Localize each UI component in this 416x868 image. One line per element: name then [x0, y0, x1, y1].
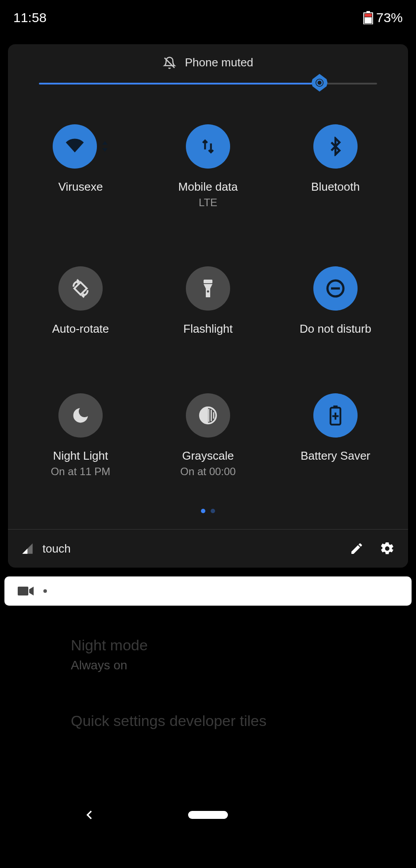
notification-strip[interactable] [4, 576, 412, 606]
svg-marker-8 [102, 141, 108, 145]
dnd-icon [325, 278, 346, 299]
svg-marker-9 [102, 148, 108, 152]
tile-flashlight[interactable]: Flashlight [144, 266, 272, 336]
signal-icon [21, 542, 34, 555]
tile-battery-saver[interactable]: Battery Saver [272, 393, 399, 478]
auto-rotate-icon [70, 278, 91, 299]
tile-label: Do not disturb [300, 322, 371, 336]
night-light-icon [71, 406, 90, 425]
status-bar: 11:58 73% [0, 0, 416, 35]
tile-sub: LTE [199, 196, 217, 209]
tile-label: Night Light [53, 449, 108, 463]
page-dot-2 [211, 509, 215, 513]
home-pill[interactable] [188, 811, 228, 819]
qs-footer: touch [8, 529, 408, 568]
svg-rect-23 [18, 587, 28, 595]
bg-dev-tiles-title: Quick settings developer tiles [71, 712, 345, 730]
bg-night-mode-sub: Always on [71, 658, 345, 672]
svg-rect-11 [204, 280, 212, 283]
tile-grayscale[interactable]: Grayscale On at 00:00 [144, 393, 272, 478]
chevron-expand-icon [101, 140, 108, 153]
tile-label: Mobile data [178, 180, 238, 194]
battery-percent: 73% [376, 10, 403, 25]
page-dot-1 [201, 509, 205, 513]
tile-sub: On at 11 PM [51, 465, 111, 478]
status-time: 11:58 [13, 10, 46, 25]
quick-settings-panel: Phone muted [8, 44, 408, 568]
svg-marker-24 [29, 587, 34, 595]
tile-sub: On at 00:00 [180, 465, 235, 478]
wifi-icon [63, 134, 87, 158]
grayscale-icon [198, 406, 218, 425]
tile-label: Bluetooth [311, 180, 360, 194]
edit-icon[interactable] [350, 542, 364, 556]
tile-label: Auto-rotate [52, 322, 109, 336]
navigation-bar [0, 797, 416, 833]
tile-label: Virusexe [58, 180, 103, 194]
tile-auto-rotate[interactable]: Auto-rotate [17, 266, 144, 336]
tile-wifi[interactable]: Virusexe [17, 124, 144, 209]
svg-rect-10 [74, 282, 87, 295]
notification-dot-icon [43, 589, 47, 593]
tile-do-not-disturb[interactable]: Do not disturb [272, 266, 399, 336]
svg-point-12 [207, 290, 209, 292]
bluetooth-icon [326, 137, 345, 156]
battery-saver-icon [328, 405, 343, 426]
video-camera-icon [18, 586, 34, 596]
tile-bluetooth[interactable]: Bluetooth [272, 124, 399, 209]
tile-label: Flashlight [183, 322, 232, 336]
carrier-label: touch [42, 542, 71, 556]
status-right-cluster: 73% [363, 10, 403, 25]
svg-rect-3 [365, 17, 372, 23]
gear-icon[interactable] [380, 541, 395, 556]
back-icon[interactable] [84, 809, 96, 821]
tile-mobile-data[interactable]: Mobile data LTE [144, 124, 272, 209]
tile-night-light[interactable]: Night Light On at 11 PM [17, 393, 144, 478]
qs-header-text: Phone muted [185, 56, 254, 69]
battery-icon [363, 11, 374, 24]
svg-rect-2 [365, 14, 372, 17]
qs-header: Phone muted [8, 44, 408, 78]
bell-off-icon [163, 56, 176, 69]
brightness-slider[interactable] [8, 78, 408, 107]
page-indicator [8, 509, 408, 529]
mobile-data-icon [199, 138, 217, 155]
flashlight-icon [199, 278, 217, 299]
tile-label: Grayscale [182, 449, 234, 463]
tiles-grid: Virusexe Mobile data LTE Bluetooth [8, 107, 408, 509]
background-settings: Night mode Always on Quick settings deve… [0, 606, 416, 730]
bg-night-mode-title: Night mode [71, 637, 345, 654]
brightness-thumb-icon [310, 73, 329, 92]
tile-label: Battery Saver [300, 449, 370, 463]
